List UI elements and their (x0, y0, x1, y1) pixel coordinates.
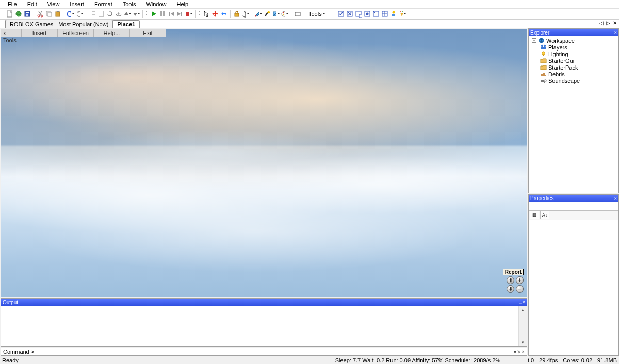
undo-icon[interactable] (67, 10, 75, 18)
tab-games[interactable]: ROBLOX Games - Most Popular (Now) (5, 20, 113, 28)
svg-point-45 (544, 45, 546, 47)
properties-filter-input[interactable] (529, 202, 618, 210)
command-bar[interactable]: Command > ▾ ✳ × (1, 348, 527, 356)
node-players[interactable]: Players (548, 44, 567, 51)
copy-icon[interactable] (45, 10, 53, 18)
redo-icon[interactable] (75, 10, 84, 18)
view-menu-insert[interactable]: Insert (22, 29, 58, 37)
toolbar-grip-icon[interactable] (2, 9, 4, 19)
node-lighting[interactable]: Lighting (548, 51, 568, 57)
status-fps: 29.4fps (539, 357, 558, 363)
tools-dropdown[interactable]: Tools (306, 11, 328, 17)
cut-icon[interactable] (36, 10, 44, 18)
scrollbar-vertical[interactable]: ▴ ▾ (518, 306, 527, 346)
output-panel: Output ⟂ × ▴ ▾ (1, 298, 527, 347)
view-menu-help[interactable]: Help... (94, 29, 130, 37)
expander-icon[interactable]: + (532, 38, 536, 43)
emitter-icon[interactable] (398, 10, 406, 18)
viewport-3d[interactable]: x Tools Insert Fullscreen Help... Exit R… (1, 29, 527, 297)
save-icon[interactable] (23, 10, 31, 18)
menu-edit[interactable]: Edit (22, 1, 42, 8)
node-workspace[interactable]: Workspace (546, 38, 575, 44)
scroll-down-icon[interactable]: ▾ (519, 338, 527, 346)
menu-insert[interactable]: Insert (64, 1, 89, 8)
cursor-icon[interactable] (202, 10, 210, 18)
explorer-close-icon[interactable]: × (614, 30, 617, 35)
open-globe-icon[interactable] (14, 10, 23, 18)
status-bar: Ready Sleep: 7.7 Wait: 0.2 Run: 0.09 Aff… (0, 356, 619, 364)
tab-close-icon[interactable]: ✕ (612, 20, 618, 26)
stop-prev-icon[interactable] (167, 10, 175, 18)
status-perf: Sleep: 7.7 Wait: 0.2 Run: 0.09 Affinity:… (335, 357, 500, 363)
view-menu-tools[interactable]: x Tools (1, 29, 22, 37)
toolbar-grip-icon[interactable] (146, 9, 148, 19)
menu-view[interactable]: View (42, 1, 65, 8)
menu-window[interactable]: Window (141, 1, 171, 8)
lock-icon[interactable] (233, 10, 241, 18)
part-icon[interactable] (294, 10, 302, 18)
resize-tool-icon[interactable] (220, 10, 228, 18)
svg-point-22 (255, 15, 257, 17)
test-icon-6[interactable] (381, 10, 389, 18)
output-close-icon[interactable]: × (523, 300, 525, 305)
pause-icon[interactable] (158, 10, 167, 18)
test-icon-5[interactable] (372, 10, 380, 18)
properties-pin-icon[interactable]: ⟂ (611, 196, 613, 201)
toolbar-grip-icon[interactable] (199, 9, 201, 19)
view-menu-fullscreen[interactable]: Fullscreen (58, 29, 94, 37)
menu-format[interactable]: Format (89, 1, 118, 8)
paint-icon[interactable] (254, 10, 263, 18)
command-gear-icon[interactable]: ✳ (517, 349, 521, 355)
properties-close-icon[interactable]: × (614, 196, 617, 201)
stop-icon[interactable] (185, 10, 193, 18)
paste-icon[interactable] (54, 10, 62, 18)
node-starterpack[interactable]: StarterPack (548, 64, 578, 71)
scroll-up-icon[interactable]: ▴ (519, 306, 527, 314)
output-pin-icon[interactable]: ⟂ (519, 300, 522, 305)
anchor-icon[interactable] (241, 10, 250, 18)
explorer-pin-icon[interactable]: ⟂ (611, 30, 613, 35)
play-icon[interactable] (150, 10, 158, 18)
camera-down-icon[interactable]: ⬇ (507, 285, 514, 293)
surface-icon[interactable] (272, 10, 280, 18)
menu-help[interactable]: Help (172, 1, 194, 8)
zoom-in-icon[interactable]: + (516, 276, 524, 284)
node-startergui[interactable]: StarterGui (548, 58, 574, 64)
command-close-icon[interactable]: × (522, 349, 525, 355)
properties-body[interactable] (529, 220, 618, 355)
explorer-tree[interactable]: + Workspace Players Lighting StarterGui (529, 36, 618, 85)
node-debris[interactable]: Debris (548, 71, 565, 77)
test-icon-2[interactable] (346, 10, 354, 18)
move-tool-icon[interactable] (211, 10, 219, 18)
color-icon[interactable] (281, 10, 289, 18)
tab-next-icon[interactable]: ▷ (605, 20, 611, 26)
svg-rect-19 (186, 12, 189, 16)
output-body[interactable]: ▴ ▾ (1, 306, 527, 346)
categorized-icon[interactable]: ▦ (530, 211, 539, 219)
test-icon-1[interactable] (337, 10, 345, 18)
tab-prev-icon[interactable]: ◁ (598, 20, 605, 26)
toolbar-grip-icon[interactable] (333, 9, 335, 19)
tab-place1[interactable]: Place1 (112, 20, 140, 28)
group-icon[interactable] (88, 10, 96, 18)
node-soundscape[interactable]: Soundscape (548, 78, 580, 84)
stop-next-icon[interactable] (176, 10, 184, 18)
new-file-icon[interactable] (6, 10, 14, 18)
material-icon[interactable] (263, 10, 271, 18)
player-icon[interactable] (389, 10, 398, 18)
menu-file[interactable]: File (3, 1, 22, 8)
command-dropdown-icon[interactable]: ▾ (514, 349, 516, 355)
zoom-out-icon[interactable]: − (516, 285, 524, 293)
report-button[interactable]: Report (503, 269, 524, 275)
test-icon-3[interactable] (354, 10, 363, 18)
test-icon-4[interactable] (363, 10, 371, 18)
menu-tools[interactable]: Tools (118, 1, 141, 8)
ungroup-icon[interactable] (97, 10, 105, 18)
camera-up-icon[interactable]: ⬆ (507, 276, 514, 284)
move-down-icon[interactable] (132, 10, 140, 18)
sort-alpha-icon[interactable]: A↓ (540, 211, 549, 219)
rotate-icon[interactable] (106, 10, 114, 18)
move-up-icon[interactable] (123, 10, 132, 18)
tilt-icon[interactable] (115, 10, 123, 18)
view-menu-exit[interactable]: Exit (130, 29, 166, 37)
